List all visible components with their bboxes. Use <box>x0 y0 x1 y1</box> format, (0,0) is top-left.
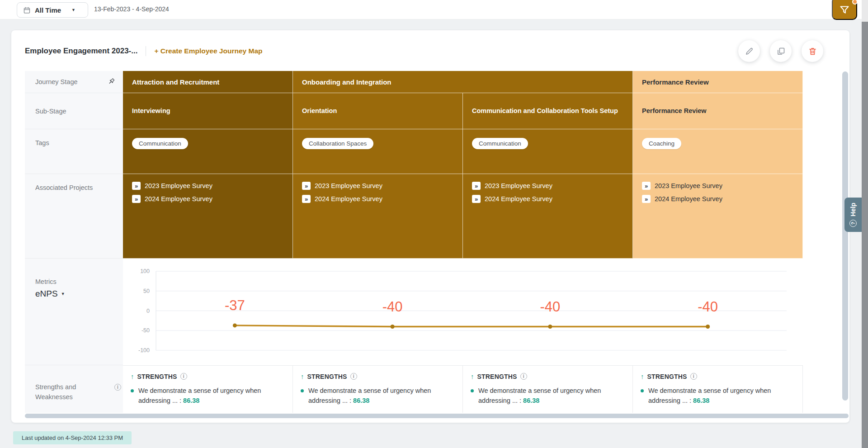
sub-stage-cell[interactable]: Communication and Collaboration Tools Se… <box>463 93 633 129</box>
metrics-chart-cell: 100500-50-100-37-40-40-40 <box>123 259 803 365</box>
card-actions <box>738 40 823 62</box>
double-chevron-icon: » <box>302 195 311 203</box>
strengths-cell: ↑ STRENGTHS i We demonstrate a sense of … <box>463 365 633 413</box>
svg-text:-40: -40 <box>698 299 718 315</box>
project-link[interactable]: »2023 Employee Survey <box>472 182 552 190</box>
projects-cell: »2023 Employee Survey »2024 Employee Sur… <box>123 174 293 259</box>
strengths-header: ↑ STRENGTHS i <box>131 373 285 380</box>
journey-stage-label: Attraction and Recruitment <box>132 78 219 86</box>
trash-icon <box>808 47 817 56</box>
journey-stage-label: Performance Review <box>642 78 709 86</box>
svg-text:50: 50 <box>143 288 150 294</box>
project-label: 2024 Employee Survey <box>485 195 552 203</box>
funnel-icon <box>839 5 850 15</box>
vertical-scrollbar-thumb[interactable] <box>842 71 848 401</box>
row-label-metrics: Metrics eNPS ▼ <box>25 259 123 365</box>
row-label-strengths-weaknesses: Strengths and Weaknesses i <box>25 365 123 413</box>
bullet-icon <box>301 389 304 392</box>
metrics-dropdown[interactable]: eNPS ▼ <box>35 289 65 299</box>
journey-stage-cell[interactable]: Attraction and Recruitment <box>123 71 293 93</box>
journey-stage-label: Onboarding and Integration <box>302 78 392 86</box>
double-chevron-icon: » <box>472 195 481 203</box>
strength-text: We demonstrate a sense of urgency when a… <box>138 387 261 404</box>
filter-active-badge <box>852 0 858 5</box>
project-link[interactable]: »2023 Employee Survey <box>302 182 382 190</box>
info-icon[interactable]: i <box>114 384 121 391</box>
strengths-title: STRENGTHS <box>137 373 177 380</box>
edit-button[interactable] <box>738 40 760 62</box>
double-chevron-icon: » <box>642 195 651 203</box>
info-icon[interactable]: i <box>520 373 527 380</box>
svg-text:-37: -37 <box>225 297 245 313</box>
strengths-cell: ↑ STRENGTHS i We demonstrate a sense of … <box>633 365 803 413</box>
journey-map-table: Journey Stage Attraction and Recruitment… <box>25 71 803 413</box>
card-header: Employee Engagement 2023-... + Create Em… <box>25 41 262 61</box>
strengths-header: ↑ STRENGTHS i <box>301 373 455 380</box>
double-chevron-icon: » <box>132 195 141 203</box>
row-label-journey-stage: Journey Stage <box>25 71 123 93</box>
header-divider <box>146 46 146 56</box>
sub-stage-cell[interactable]: Performance Review <box>633 93 803 129</box>
info-icon[interactable]: i <box>690 373 697 380</box>
project-link[interactable]: »2024 Employee Survey <box>132 195 212 203</box>
copy-icon <box>776 47 786 56</box>
tag-pill[interactable]: Communication <box>472 138 528 149</box>
row-label-text: Tags <box>35 139 49 146</box>
tags-cell: Communication <box>123 129 293 174</box>
sub-stage-cell[interactable]: Orientation <box>293 93 463 129</box>
pin-icon[interactable] <box>108 78 116 86</box>
sub-stage-label: Orientation <box>302 106 337 116</box>
up-arrow-icon: ↑ <box>471 373 474 380</box>
project-link[interactable]: »2023 Employee Survey <box>642 182 722 190</box>
double-chevron-icon: » <box>472 182 481 190</box>
browser-scrollbar-thumb[interactable] <box>862 22 868 448</box>
project-link[interactable]: »2023 Employee Survey <box>132 182 212 190</box>
filter-button[interactable] <box>832 0 857 20</box>
project-label: 2023 Employee Survey <box>655 182 722 189</box>
sub-stage-cell[interactable]: Interviewing <box>123 93 293 129</box>
last-updated-text: Last updated on 4-Sep-2024 12:33 PM <box>22 434 123 441</box>
projects-cell: »2023 Employee Survey »2024 Employee Sur… <box>293 174 463 259</box>
pencil-icon <box>745 47 754 56</box>
row-label-text: Metrics <box>35 278 65 285</box>
bullet-icon <box>471 389 474 392</box>
row-label-tags: Tags <box>25 129 123 174</box>
strength-score[interactable]: 86.38 <box>693 397 709 404</box>
journey-stage-cell[interactable]: Performance Review <box>633 71 803 93</box>
up-arrow-icon: ↑ <box>301 373 304 380</box>
tag-pill[interactable]: Collaboration Spaces <box>302 138 373 149</box>
row-label-text: Sub-Stage <box>35 108 66 115</box>
create-journey-map-link[interactable]: + Create Employee Journey Map <box>154 47 262 55</box>
tag-pill[interactable]: Coaching <box>642 138 681 149</box>
project-link[interactable]: »2024 Employee Survey <box>302 195 382 203</box>
time-range-dropdown[interactable]: All Time ▼ <box>17 2 88 18</box>
project-label: 2023 Employee Survey <box>485 182 552 189</box>
strength-score[interactable]: 86.38 <box>523 397 539 404</box>
question-icon: ? <box>849 220 857 227</box>
delete-button[interactable] <box>802 40 823 62</box>
project-link[interactable]: »2024 Employee Survey <box>472 195 552 203</box>
help-tab[interactable]: ? Help <box>844 198 862 232</box>
calendar-icon <box>23 6 31 14</box>
strengths-title: STRENGTHS <box>307 373 347 380</box>
project-link[interactable]: »2024 Employee Survey <box>642 195 722 203</box>
up-arrow-icon: ↑ <box>131 373 134 380</box>
strength-score[interactable]: 86.38 <box>353 397 369 404</box>
date-range-text: 13-Feb-2023 - 4-Sep-2024 <box>94 5 169 13</box>
svg-text:0: 0 <box>146 308 150 314</box>
strength-item: We demonstrate a sense of urgency when a… <box>301 386 455 406</box>
metrics-dropdown-value: eNPS <box>35 289 58 299</box>
strength-score[interactable]: 86.38 <box>183 397 199 404</box>
duplicate-button[interactable] <box>770 40 792 62</box>
svg-text:-50: -50 <box>142 327 150 334</box>
info-icon[interactable]: i <box>180 373 187 380</box>
project-label: 2023 Employee Survey <box>145 182 212 189</box>
journey-stage-cell[interactable]: Onboarding and Integration <box>293 71 633 93</box>
time-range-label: All Time <box>35 6 61 14</box>
strength-item: We demonstrate a sense of urgency when a… <box>131 386 285 406</box>
info-icon[interactable]: i <box>350 373 357 380</box>
horizontal-scrollbar[interactable] <box>25 414 849 418</box>
tag-pill[interactable]: Communication <box>132 138 188 149</box>
strength-text: We demonstrate a sense of urgency when a… <box>308 387 431 404</box>
row-label-associated-projects: Associated Projects <box>25 174 123 259</box>
